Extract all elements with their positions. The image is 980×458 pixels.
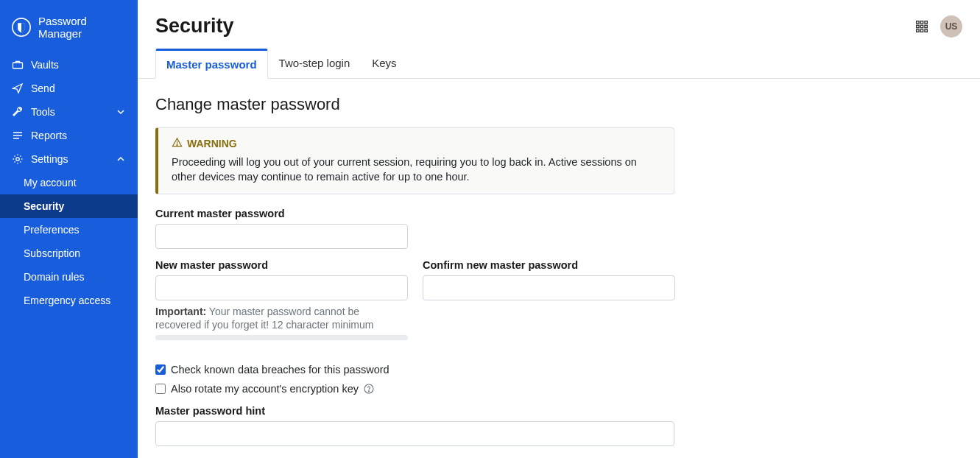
sidebar-item-tools[interactable]: Tools [0, 100, 138, 124]
sidebar-item-vaults[interactable]: Vaults [0, 53, 138, 77]
tab-master-password[interactable]: Master password [155, 49, 268, 79]
avatar[interactable]: US [940, 15, 962, 38]
tab-two-step-login[interactable]: Two-step login [268, 49, 362, 79]
svg-rect-5 [925, 21, 927, 23]
confirm-password-label: Confirm new master password [423, 259, 675, 271]
main-content: Security US Master password Two-step log… [138, 0, 980, 458]
svg-point-14 [368, 391, 369, 392]
rotate-key-checkbox[interactable] [155, 384, 166, 394]
check-breach-label: Check known data breaches for this passw… [171, 364, 389, 376]
sidebar-subitem-subscription[interactable]: Subscription [0, 242, 138, 265]
warning-icon [172, 137, 183, 150]
hint-label: Master password hint [155, 405, 827, 417]
check-breach-checkbox[interactable] [155, 364, 166, 375]
sidebar-subitem-emergency-access[interactable]: Emergency access [0, 289, 138, 312]
sidebar-subitem-my-account[interactable]: My account [0, 171, 138, 194]
chevron-up-icon [116, 154, 126, 164]
briefcase-icon [12, 59, 24, 71]
current-password-label: Current master password [155, 208, 827, 219]
svg-point-12 [177, 145, 177, 146]
bars-icon [12, 130, 24, 141]
svg-rect-10 [920, 29, 923, 31]
wrench-icon [12, 106, 24, 118]
svg-rect-11 [925, 29, 927, 31]
sidebar-item-label: Tools [31, 106, 55, 118]
sidebar-subitem-label: Preferences [24, 224, 79, 236]
sidebar-subitem-label: Subscription [24, 247, 80, 259]
brand[interactable]: Password Manager [0, 12, 138, 53]
password-strength-bar [155, 335, 408, 340]
sidebar-subitem-label: My account [24, 177, 77, 189]
brand-title: Password Manager [38, 15, 126, 40]
chevron-down-icon [116, 107, 126, 117]
important-hint: Important: Your master password cannot b… [155, 305, 408, 333]
sidebar-subitem-label: Security [24, 200, 64, 212]
warning-text: Proceeding will log you out of your curr… [172, 155, 660, 185]
warning-label: WARNING [187, 138, 237, 149]
sidebar: Password Manager Vaults Send Tools Repor… [0, 0, 138, 458]
content: Change master password WARNING Proceedin… [138, 79, 845, 458]
page-title: Security [155, 15, 234, 38]
svg-rect-4 [920, 21, 923, 23]
warning-box: WARNING Proceeding will log you out of y… [155, 127, 674, 194]
shield-logo-icon [12, 18, 31, 37]
svg-rect-6 [917, 25, 919, 27]
svg-rect-9 [917, 29, 919, 31]
sidebar-subitem-label: Domain rules [24, 271, 84, 283]
rotate-key-label: Also rotate my account's encryption key [171, 383, 359, 395]
send-icon [12, 82, 24, 94]
gear-icon [12, 153, 24, 165]
sidebar-item-label: Send [31, 82, 55, 94]
sidebar-item-label: Reports [31, 130, 67, 141]
sidebar-item-label: Vaults [31, 59, 59, 71]
new-password-input[interactable] [155, 275, 408, 300]
confirm-password-input[interactable] [423, 275, 675, 300]
svg-point-2 [16, 158, 19, 161]
section-title: Change master password [155, 95, 827, 114]
hint-input[interactable] [155, 421, 674, 446]
tab-keys[interactable]: Keys [361, 49, 407, 79]
sidebar-item-label: Settings [31, 153, 68, 165]
svg-rect-1 [13, 63, 23, 68]
svg-rect-3 [917, 21, 919, 23]
sidebar-item-reports[interactable]: Reports [0, 124, 138, 147]
apps-grid-icon[interactable] [915, 20, 928, 33]
new-password-label: New master password [155, 259, 408, 271]
svg-rect-8 [925, 25, 927, 27]
sidebar-item-settings[interactable]: Settings [0, 147, 138, 171]
sidebar-subitem-label: Emergency access [24, 295, 110, 306]
page-header: Security US [138, 0, 980, 38]
current-password-input[interactable] [155, 224, 408, 249]
sidebar-subitem-domain-rules[interactable]: Domain rules [0, 265, 138, 289]
sidebar-item-send[interactable]: Send [0, 77, 138, 100]
sidebar-subitem-security[interactable]: Security [0, 194, 138, 218]
sidebar-subitem-preferences[interactable]: Preferences [0, 218, 138, 242]
info-icon[interactable] [364, 384, 374, 394]
tabs: Master password Two-step login Keys [138, 48, 980, 79]
svg-rect-7 [920, 25, 923, 27]
